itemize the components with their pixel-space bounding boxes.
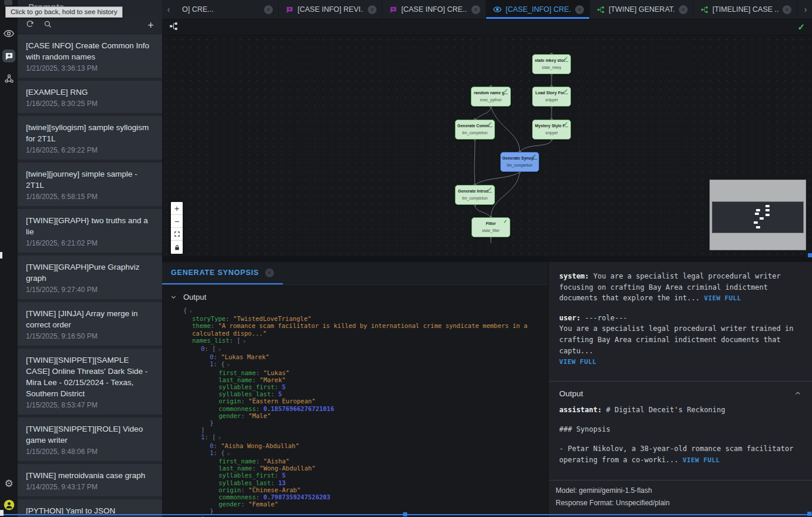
prompt-item[interactable]: [TWINE] [JINJA] Array merge in correct o… [18, 302, 162, 346]
graph-node[interactable]: Filterstate_filter✓ [471, 217, 510, 237]
search-icon[interactable] [44, 20, 52, 31]
prompt-item-title: [EXAMPLE] RNG [26, 87, 154, 98]
prompt-item-timestamp: 1/15/2025, 9:27:40 PM [26, 286, 154, 294]
minimap-node-dot [756, 226, 760, 228]
flow-icon [701, 6, 708, 14]
prompt-item-timestamp: 1/15/2025, 8:48:06 PM [26, 448, 154, 456]
tab-close-icon[interactable]: × [783, 5, 791, 14]
tab-close-icon[interactable]: × [679, 5, 688, 14]
workflow-hub-icon[interactable] [2, 72, 15, 85]
chat-icon [390, 6, 397, 14]
graph-node[interactable]: random name g...exec_python✓ [471, 87, 511, 107]
main-area: ‹ O] CRE...×[CASE INFO] REVI...×[CASE IN… [162, 0, 812, 517]
chat-icon [286, 6, 293, 14]
resize-handle-right-middle[interactable] [808, 253, 812, 257]
output-section-header[interactable]: Output [162, 285, 548, 306]
tab[interactable]: [CASE INFO] CRE...× [382, 0, 486, 19]
assistant-synopsis-heading: ### Synopsis [559, 424, 801, 435]
tab[interactable]: [TWINE] GENERAT...× [590, 0, 694, 19]
graph-layout-icon[interactable] [169, 22, 178, 33]
user-avatar[interactable] [2, 498, 15, 511]
tabs-scroll-left-icon[interactable]: ‹ [162, 0, 175, 19]
minimap-node-dot [756, 209, 760, 211]
prompt-item[interactable]: [TWINE][SNIPPET][SAMPLE CASE] Online Thr… [18, 349, 162, 415]
add-prompt-button[interactable]: + [147, 20, 154, 31]
graph-node[interactable]: Generate Synop...llm_completion✓ [500, 152, 539, 172]
code-line: origin: "Eastern European" [162, 397, 548, 405]
system-label: system: [559, 272, 589, 280]
fit-view-button[interactable] [171, 228, 183, 241]
tab-label: [TWINE] GENERAT... [609, 5, 675, 14]
tab[interactable]: [TIMELINE] CASE ...× [694, 0, 797, 19]
prompt-item-title: [twine][syllogism] sample syllogism for … [26, 122, 154, 144]
graph-node[interactable]: Load Story For...snippet✓ [532, 87, 571, 107]
tab-close-icon[interactable]: × [368, 5, 377, 14]
tabs-scroll-right-icon[interactable]: › [799, 0, 812, 19]
user-label: user: [559, 314, 580, 322]
prompt-item-timestamp: 1/16/2025, 6:58:15 PM [26, 193, 154, 201]
graph-node[interactable]: Mystery Style F...snippet✓ [532, 120, 571, 140]
model-info-footer: Model: gemini/gemini-1.5-flash Response … [549, 480, 812, 517]
resize-handle-bottom-left[interactable] [0, 510, 4, 516]
settings-gear-icon[interactable]: ⚙ [2, 477, 15, 490]
tab-label: O] CRE... [182, 5, 260, 14]
chevron-down-icon [170, 294, 177, 300]
lock-button[interactable] [171, 241, 183, 254]
graph-node[interactable]: Generate Introd...llm_completion✓ [455, 185, 495, 205]
prompt-item-title: [TWINE][GRAPH]Pure Graphviz graph [26, 261, 154, 284]
assistant-message: assistant: # Digital Deceit's Reckoning … [549, 405, 812, 475]
prompt-item[interactable]: [TWINE][GRAPH} two truths and a lie1/16/… [18, 209, 162, 253]
tab-close-icon[interactable]: × [471, 5, 480, 14]
tab[interactable]: [CASE_INFO] CRE...× [486, 0, 590, 19]
eye-icon[interactable] [2, 27, 15, 40]
refresh-icon[interactable] [26, 20, 34, 31]
zoom-out-button[interactable]: − [171, 215, 183, 228]
minimap[interactable] [709, 180, 806, 250]
user-view-full-link[interactable]: VIEW FULL [559, 358, 596, 366]
prompt-item[interactable]: [TWINE] metroidvania case graph1/14/2025… [18, 464, 162, 496]
resize-handle-bottom-right[interactable] [807, 512, 811, 516]
prompt-item[interactable]: [twine][syllogism] sample syllogism for … [18, 116, 162, 160]
graph-node[interactable]: state mkey stor...state_mkey✓ [532, 54, 571, 74]
tab-label: [CASE_INFO] CRE... [506, 5, 571, 14]
prompts-chat-icon[interactable] [2, 49, 15, 62]
user-text: You are a specialist legal procedural wr… [559, 324, 793, 354]
node-success-check-icon: ✓ [532, 153, 536, 159]
output-panel-tabs: GENERATE SYNOPSIS × [162, 262, 548, 285]
resize-handle-bottom-center[interactable] [403, 512, 407, 516]
user-role-line: ---role--- [580, 314, 627, 322]
tab-label: [TIMELINE] CASE ... [712, 5, 778, 14]
messages-block: system: You are a specialist legal proce… [549, 262, 812, 379]
tab-close-icon[interactable]: × [264, 5, 273, 14]
tab[interactable]: [CASE INFO] REVI...× [279, 0, 382, 19]
node-success-check-icon: ✓ [564, 88, 568, 94]
canvas-toolbar: ✓ [162, 19, 812, 35]
code-line: last_name: "Marek" [162, 376, 548, 383]
prompt-item-timestamp: 1/15/2025, 8:53:47 PM [26, 401, 154, 409]
node-type-label: snippet [533, 131, 570, 135]
system-text: You are a specialist legal procedural wr… [559, 272, 781, 302]
prompt-item[interactable]: [TWINE][GRAPH]Pure Graphviz graph1/15/20… [18, 256, 162, 299]
resize-handle-left-middle[interactable] [0, 252, 2, 258]
node-success-check-icon: ✓ [564, 121, 568, 127]
graph-canvas[interactable]: state mkey stor...state_mkey✓random name… [162, 35, 812, 256]
output-tab-close-icon[interactable]: × [265, 269, 274, 277]
tab-label: [CASE INFO] REVI... [298, 5, 364, 14]
tab-generate-synopsis[interactable]: GENERATE SYNOPSIS × [162, 262, 283, 284]
node-type-label: exec_python [471, 98, 510, 102]
assistant-view-full-link[interactable]: VIEW FULL [683, 456, 720, 464]
graph-node[interactable]: Generate Comm...llm_completion✓ [455, 120, 495, 140]
tab-close-icon[interactable]: × [575, 5, 584, 14]
right-output-header[interactable]: Output [549, 382, 812, 405]
system-view-full-link[interactable]: VIEW FULL [704, 294, 741, 302]
prompt-item[interactable]: [EXAMPLE] RNG1/16/2025, 8:30:25 PM [18, 81, 162, 113]
prompt-list: [CASE INFO] Create Common Info with rand… [18, 34, 162, 517]
zoom-in-button[interactable]: + [171, 202, 183, 215]
prompt-item[interactable]: [TWINE][SNIPPET][ROLE] Video game writer… [18, 417, 162, 461]
tab-label: [CASE INFO] CRE... [401, 5, 467, 14]
prompt-item[interactable]: [twine][journey] simple sample - 2T1L1/1… [18, 163, 162, 206]
response-format-info: Response Format: Unspecified/plain [556, 497, 805, 510]
prompt-item-timestamp: 1/16/2025, 8:30:25 PM [26, 100, 154, 108]
tab[interactable]: O] CRE...× [175, 0, 279, 19]
prompt-item[interactable]: [CASE INFO] Create Common Info with rand… [18, 34, 162, 78]
